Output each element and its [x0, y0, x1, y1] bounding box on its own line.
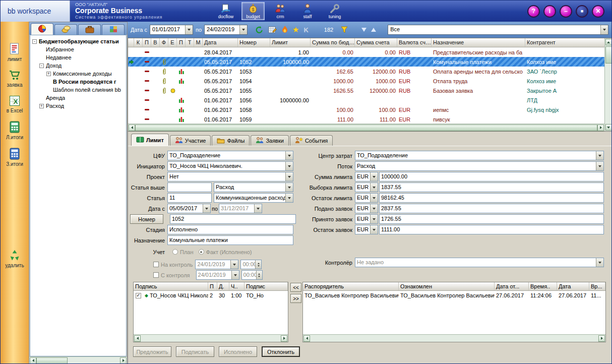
sidebar-item-limit[interactable]: лимит	[8, 43, 22, 62]
selection-field[interactable]: 1837.55	[379, 183, 604, 192]
number-field[interactable]: 1052	[170, 214, 296, 224]
accepted-field[interactable]: 1726.55	[379, 214, 604, 224]
parent-flow-select[interactable]: Расход	[214, 183, 293, 192]
column-header[interactable]: Ознакомлен	[399, 282, 495, 290]
on-control-checkbox[interactable]	[153, 262, 159, 267]
submitted-field[interactable]: 2837.55	[379, 204, 604, 213]
action-button-0[interactable]: Предложить	[133, 346, 171, 357]
date-from-input[interactable]: 01/01/2017	[150, 25, 193, 35]
minimize-button[interactable]: –	[560, 5, 572, 18]
column-header[interactable]: Подпись	[134, 282, 208, 290]
filter-icon[interactable]	[341, 26, 348, 33]
grid-column-header[interactable]: К	[134, 38, 143, 47]
arrow-down-icon[interactable]	[361, 28, 366, 32]
tree-expander[interactable]: -	[39, 64, 44, 68]
module-staff[interactable]: staff	[296, 2, 319, 20]
scroll-left-icon[interactable]	[30, 357, 36, 364]
maximize-button[interactable]: ■	[576, 5, 588, 18]
project-select[interactable]: Нет	[167, 172, 293, 181]
cost-center-select[interactable]: ТО_Подразделение	[355, 151, 604, 160]
time-spinner[interactable]	[255, 260, 261, 269]
grid-horizontal-scrollbar[interactable]	[128, 124, 604, 131]
grid-column-header[interactable]: Контрагент	[525, 38, 605, 47]
off-control-time-input[interactable]: 00:00	[241, 270, 263, 280]
arrow-up-icon[interactable]	[371, 28, 376, 32]
number-button[interactable]: Номер	[130, 214, 163, 224]
tree-item[interactable]: В России проводятся г	[31, 78, 125, 86]
tree-tab-0[interactable]	[31, 23, 53, 35]
signature-row[interactable]: ТО_Носов ЧКЦ Николаевич 2 30 1:00 ТО_Но	[134, 291, 288, 300]
grid-row[interactable]: 01.06.201710561000000.00ЛТД	[128, 95, 604, 105]
item-code-field[interactable]: 11	[167, 193, 212, 203]
sidebar-item-request-totals[interactable]: З.итоги	[6, 148, 23, 167]
scroll-right-icon[interactable]	[597, 125, 604, 131]
scroll-thumb[interactable]	[135, 125, 597, 131]
off-control-checkbox[interactable]	[153, 272, 159, 278]
column-header[interactable]: Подпис	[244, 282, 288, 290]
limit-rest-field[interactable]: 98162.45	[379, 193, 604, 203]
plan-radio[interactable]	[172, 249, 178, 255]
scroll-thumb[interactable]	[605, 46, 612, 64]
module-budget[interactable]: $budget	[241, 2, 265, 20]
scroll-left-icon[interactable]	[134, 335, 141, 342]
item-name-select[interactable]: Коммуникационные расходы	[214, 193, 293, 203]
column-header[interactable]: Распорядитель	[303, 282, 399, 290]
scroll-right-icon[interactable]	[120, 357, 127, 364]
grid-column-header[interactable]: Лимит	[270, 38, 311, 47]
grid-row[interactable]: 05.05.20171052100000.00Комунальные плате…	[128, 57, 604, 67]
module-tuning[interactable]: tuning	[323, 2, 346, 20]
accepted-currency-select[interactable]: EUR	[355, 214, 378, 224]
action-button-2[interactable]: Исполнено	[219, 346, 257, 357]
grid-column-header[interactable]: Назначение	[432, 38, 525, 47]
grid-header[interactable]: КПВФЕПТМДатаНомерЛимитСумма по бюд…Сумма…	[128, 38, 604, 47]
sidebar-item-limit-totals[interactable]: Л.итоги	[6, 121, 23, 140]
limit-date-to-input[interactable]: 31/12/2017	[219, 204, 262, 213]
grid-column-header[interactable]: П	[143, 38, 151, 47]
flame-icon[interactable]	[282, 26, 288, 34]
grid-row[interactable]: 05.05.201710551626.55120000.00RUBБазовая…	[128, 86, 604, 95]
sidebar-item-request[interactable]: заявка	[7, 70, 22, 88]
tree-item[interactable]: -Бюджетообразующие статьи	[31, 37, 125, 45]
grid-row[interactable]: 05.05.201710541000.001000.00EURОтлата тр…	[128, 76, 604, 86]
k-icon[interactable]: K	[303, 26, 308, 34]
sidebar-item-to-excel[interactable]: Xв Excel	[7, 95, 23, 113]
grid-row[interactable]: 28.04.20171.000.000.00RUBПредставительск…	[128, 47, 604, 57]
fact-radio[interactable]	[199, 249, 204, 255]
tree-item[interactable]: Шаблон полей слияния bb	[31, 86, 125, 94]
flow-select[interactable]: Расход	[355, 161, 604, 171]
column-header[interactable]: Дата	[557, 282, 589, 290]
grid-column-header[interactable]	[128, 38, 134, 47]
module-docflow[interactable]: docflow	[214, 2, 237, 20]
tab-События[interactable]: События	[290, 135, 333, 146]
close-button[interactable]: ✕	[592, 5, 604, 18]
tab-Лимит[interactable]: Лимит	[131, 134, 169, 146]
scroll-down-icon[interactable]	[605, 124, 612, 131]
grid-column-header[interactable]: Валюта сч…	[397, 38, 432, 47]
stage-field[interactable]: Исполнено	[167, 225, 293, 234]
on-control-time-input[interactable]: 00:00	[240, 260, 262, 269]
approvers-horizontal-scrollbar[interactable]	[303, 334, 605, 342]
tree-item[interactable]: -Доход	[31, 62, 125, 70]
time-spinner[interactable]	[256, 271, 262, 279]
tree-item[interactable]: +Комиссионные доходы	[31, 70, 125, 78]
submitted-currency-select[interactable]: EUR	[355, 204, 378, 213]
action-button-3[interactable]: Отклонить	[262, 346, 300, 357]
tree-tab-2[interactable]	[78, 24, 101, 35]
move-right-button[interactable]: >>	[290, 294, 301, 303]
column-header[interactable]: Вр...	[589, 282, 605, 290]
column-header[interactable]: Дата от...	[495, 282, 529, 290]
table-edit-icon[interactable]	[268, 26, 277, 34]
column-header[interactable]: Время..	[529, 282, 557, 290]
grid-column-header[interactable]: П	[177, 38, 186, 47]
approver-row[interactable]: ТО_Васильев Контролер Васильевич ТО_Васи…	[303, 291, 605, 300]
tree-tab-3[interactable]	[102, 24, 125, 35]
tab-Заявки[interactable]: Заявки	[251, 135, 289, 146]
limit-sum-currency-select[interactable]: EUR	[355, 172, 378, 181]
grid-column-header[interactable]: Сумма счета	[355, 38, 397, 47]
tree-horizontal-scrollbar[interactable]	[29, 356, 127, 364]
on-control-date-input[interactable]: 24/01/2019	[195, 260, 238, 269]
tab-Участие[interactable]: Участие	[170, 135, 211, 146]
info-button[interactable]: i	[543, 5, 556, 18]
star-icon[interactable]: ★	[292, 25, 299, 34]
tree-item[interactable]: Недавнее	[31, 53, 125, 62]
